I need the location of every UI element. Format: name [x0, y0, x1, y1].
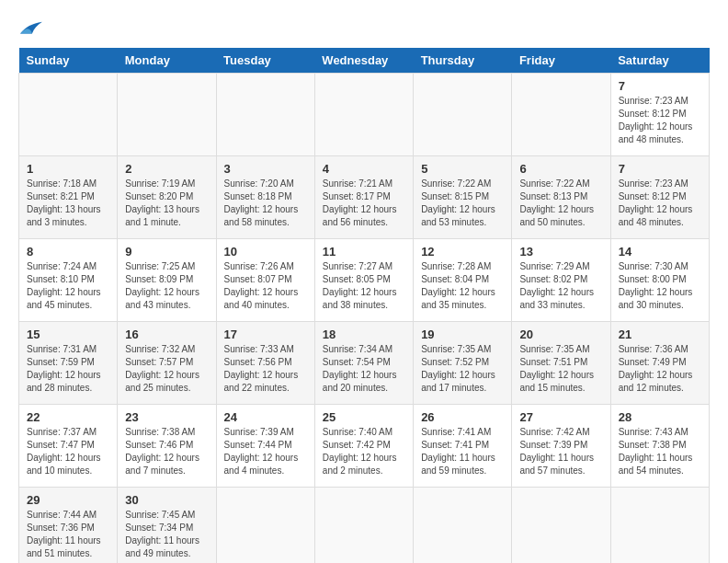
cell-details: Sunrise: 7:27 AMSunset: 8:05 PMDaylight:…	[323, 260, 405, 312]
day-number: 25	[323, 410, 405, 424]
calendar-cell: 7Sunrise: 7:23 AMSunset: 8:12 PMDaylight…	[610, 74, 709, 156]
cell-details: Sunrise: 7:41 AMSunset: 7:41 PMDaylight:…	[421, 426, 504, 477]
day-number: 22	[27, 410, 109, 424]
day-number: 15	[27, 327, 109, 341]
day-number: 16	[125, 327, 208, 341]
calendar-cell: 1Sunrise: 7:18 AMSunset: 8:21 PMDaylight…	[19, 156, 118, 239]
calendar-cell: 14Sunrise: 7:30 AMSunset: 8:00 PMDayligh…	[610, 239, 709, 322]
day-number: 8	[27, 245, 109, 259]
calendar-cell: 11Sunrise: 7:27 AMSunset: 8:05 PMDayligh…	[314, 239, 413, 322]
header-saturday: Saturday	[610, 48, 709, 74]
calendar-cell: 2Sunrise: 7:19 AMSunset: 8:20 PMDaylight…	[118, 156, 216, 239]
day-number: 21	[619, 327, 701, 341]
cell-details: Sunrise: 7:42 AMSunset: 7:39 PMDaylight:…	[519, 426, 602, 477]
calendar-cell: 25Sunrise: 7:40 AMSunset: 7:42 PMDayligh…	[314, 405, 413, 488]
day-number: 5	[421, 162, 504, 176]
calendar-cell: 12Sunrise: 7:28 AMSunset: 8:04 PMDayligh…	[414, 239, 512, 322]
day-number: 1	[27, 162, 109, 176]
cell-details: Sunrise: 7:26 AMSunset: 8:07 PMDaylight:…	[224, 260, 307, 312]
day-number: 14	[619, 245, 701, 259]
calendar-cell: 21Sunrise: 7:36 AMSunset: 7:49 PMDayligh…	[610, 322, 709, 405]
calendar-week-row: 7Sunrise: 7:23 AMSunset: 8:12 PMDaylight…	[19, 74, 710, 156]
day-number: 26	[421, 410, 504, 424]
calendar-week-row: 22Sunrise: 7:37 AMSunset: 7:47 PMDayligh…	[19, 405, 710, 488]
calendar-cell: 17Sunrise: 7:33 AMSunset: 7:56 PMDayligh…	[216, 322, 314, 405]
day-number: 3	[224, 162, 307, 176]
day-number: 6	[519, 162, 602, 176]
cell-details: Sunrise: 7:37 AMSunset: 7:47 PMDaylight:…	[27, 426, 109, 477]
header-thursday: Thursday	[414, 48, 512, 74]
header-wednesday: Wednesday	[314, 48, 413, 74]
calendar-week-row: 8Sunrise: 7:24 AMSunset: 8:10 PMDaylight…	[19, 239, 710, 322]
calendar-cell: 26Sunrise: 7:41 AMSunset: 7:41 PMDayligh…	[414, 405, 512, 488]
day-number: 28	[619, 410, 701, 424]
calendar-cell: 9Sunrise: 7:25 AMSunset: 8:09 PMDaylight…	[118, 239, 216, 322]
cell-details: Sunrise: 7:22 AMSunset: 8:13 PMDaylight:…	[519, 178, 602, 229]
day-number: 27	[519, 410, 602, 424]
header-friday: Friday	[512, 48, 610, 74]
calendar-cell: 18Sunrise: 7:34 AMSunset: 7:54 PMDayligh…	[314, 322, 413, 405]
cell-details: Sunrise: 7:28 AMSunset: 8:04 PMDaylight:…	[421, 260, 504, 312]
cell-details: Sunrise: 7:22 AMSunset: 8:15 PMDaylight:…	[421, 178, 504, 229]
calendar-cell: 3Sunrise: 7:20 AMSunset: 8:18 PMDaylight…	[216, 156, 314, 239]
calendar-week-row: 15Sunrise: 7:31 AMSunset: 7:59 PMDayligh…	[19, 322, 710, 405]
day-number: 18	[323, 327, 405, 341]
cell-details: Sunrise: 7:21 AMSunset: 8:17 PMDaylight:…	[323, 178, 405, 229]
day-number: 10	[224, 245, 307, 259]
day-number: 17	[224, 327, 307, 341]
day-number: 7	[619, 162, 701, 176]
cell-details: Sunrise: 7:45 AMSunset: 7:34 PMDaylight:…	[125, 509, 208, 560]
day-number: 13	[519, 245, 602, 259]
cell-details: Sunrise: 7:20 AMSunset: 8:18 PMDaylight:…	[224, 178, 307, 229]
day-number: 30	[125, 493, 208, 507]
calendar-cell: 8Sunrise: 7:24 AMSunset: 8:10 PMDaylight…	[19, 239, 118, 322]
calendar-cell: 13Sunrise: 7:29 AMSunset: 8:02 PMDayligh…	[512, 239, 610, 322]
calendar-cell: 10Sunrise: 7:26 AMSunset: 8:07 PMDayligh…	[216, 239, 314, 322]
calendar-cell: 22Sunrise: 7:37 AMSunset: 7:47 PMDayligh…	[19, 405, 118, 488]
calendar-cell	[414, 74, 512, 156]
calendar-cell	[314, 74, 413, 156]
header-tuesday: Tuesday	[216, 48, 314, 74]
calendar-cell	[216, 74, 314, 156]
calendar-cell: 15Sunrise: 7:31 AMSunset: 7:59 PMDayligh…	[19, 322, 118, 405]
day-number: 29	[27, 493, 109, 507]
cell-details: Sunrise: 7:25 AMSunset: 8:09 PMDaylight:…	[125, 260, 208, 312]
cell-details: Sunrise: 7:35 AMSunset: 7:51 PMDaylight:…	[519, 343, 602, 395]
calendar-cell: 28Sunrise: 7:43 AMSunset: 7:38 PMDayligh…	[610, 405, 709, 488]
calendar-cell	[512, 488, 610, 564]
calendar-cell: 20Sunrise: 7:35 AMSunset: 7:51 PMDayligh…	[512, 322, 610, 405]
cell-details: Sunrise: 7:40 AMSunset: 7:42 PMDaylight:…	[323, 426, 405, 477]
day-number: 7	[619, 79, 701, 93]
calendar-cell	[512, 74, 610, 156]
cell-details: Sunrise: 7:35 AMSunset: 7:52 PMDaylight:…	[421, 343, 504, 395]
calendar-cell: 29Sunrise: 7:44 AMSunset: 7:36 PMDayligh…	[19, 488, 118, 564]
cell-details: Sunrise: 7:18 AMSunset: 8:21 PMDaylight:…	[27, 178, 109, 229]
calendar-cell: 30Sunrise: 7:45 AMSunset: 7:34 PMDayligh…	[118, 488, 216, 564]
calendar-cell	[414, 488, 512, 564]
calendar-cell	[118, 74, 216, 156]
header-sunday: Sunday	[19, 48, 118, 74]
day-number: 11	[323, 245, 405, 259]
cell-details: Sunrise: 7:30 AMSunset: 8:00 PMDaylight:…	[619, 260, 701, 312]
calendar-cell: 16Sunrise: 7:32 AMSunset: 7:57 PMDayligh…	[118, 322, 216, 405]
cell-details: Sunrise: 7:43 AMSunset: 7:38 PMDaylight:…	[619, 426, 701, 477]
day-number: 12	[421, 245, 504, 259]
cell-details: Sunrise: 7:33 AMSunset: 7:56 PMDaylight:…	[224, 343, 307, 395]
cell-details: Sunrise: 7:31 AMSunset: 7:59 PMDaylight:…	[27, 343, 109, 395]
header-row: SundayMondayTuesdayWednesdayThursdayFrid…	[19, 48, 710, 74]
calendar-cell	[216, 488, 314, 564]
calendar-cell: 24Sunrise: 7:39 AMSunset: 7:44 PMDayligh…	[216, 405, 314, 488]
calendar-cell: 19Sunrise: 7:35 AMSunset: 7:52 PMDayligh…	[414, 322, 512, 405]
cell-details: Sunrise: 7:24 AMSunset: 8:10 PMDaylight:…	[27, 260, 109, 312]
calendar-cell	[314, 488, 413, 564]
calendar-cell: 7Sunrise: 7:23 AMSunset: 8:12 PMDaylight…	[610, 156, 709, 239]
day-number: 24	[224, 410, 307, 424]
calendar-cell	[610, 488, 709, 564]
cell-details: Sunrise: 7:32 AMSunset: 7:57 PMDaylight:…	[125, 343, 208, 395]
cell-details: Sunrise: 7:29 AMSunset: 8:02 PMDaylight:…	[519, 260, 602, 312]
calendar-cell: 4Sunrise: 7:21 AMSunset: 8:17 PMDaylight…	[314, 156, 413, 239]
calendar-week-row: 29Sunrise: 7:44 AMSunset: 7:36 PMDayligh…	[19, 488, 710, 564]
cell-details: Sunrise: 7:38 AMSunset: 7:46 PMDaylight:…	[125, 426, 208, 477]
cell-details: Sunrise: 7:34 AMSunset: 7:54 PMDaylight:…	[323, 343, 405, 395]
logo-icon	[18, 18, 44, 39]
